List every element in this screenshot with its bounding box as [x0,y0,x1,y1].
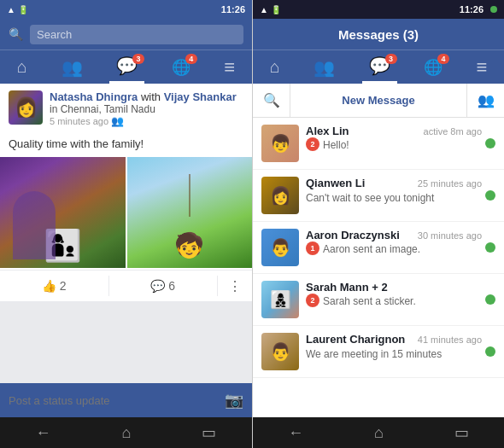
nav-menu[interactable]: ≡ [217,50,242,84]
post-card: 👩 Natasha Dhingra with Vijay Shankar in … [0,84,252,301]
search-input[interactable] [30,25,243,44]
right-nav-globe[interactable]: 🌐 4 [417,50,449,84]
right-messages-badge: 3 [385,54,397,64]
right-signal-icons: ▲ 🔋 [260,5,281,15]
post-time: 5 minutes ago 👥 [50,115,243,127]
right-nav-bar: ⌂ 👥 💬 3 🌐 4 ≡ [253,49,504,84]
home-button[interactable]: ⌂ [122,424,132,442]
camera-icon[interactable]: 📷 [225,391,243,410]
nav-globe[interactable]: 🌐 4 [165,50,197,84]
message-item[interactable]: 👩‍👦‍👦 Sarah Mann + 2 2 Sarah sent a stic… [253,274,504,326]
message-item[interactable]: 👦 Alex Lin active 8m ago 2 Hello! [253,118,504,170]
right-home-button[interactable]: ⌂ [374,424,384,442]
right-battery-icon: 🔋 [271,5,281,15]
qianwen-name: Qianwen Li [306,177,365,189]
back-button[interactable]: ← [36,424,51,442]
alex-content: Alex Lin active 8m ago 2 Hello! [306,125,482,151]
post-image-right: 🧒 [127,157,253,268]
family-photo-left: 👩‍👦 [0,157,126,268]
left-time: 11:26 [221,4,245,15]
status-input[interactable] [9,394,218,407]
comment-button[interactable]: 💬 6 [109,276,218,296]
friends-icon: 👥 [111,115,124,127]
new-message-label: New Message [342,94,414,107]
right-wifi-icon: ▲ [260,5,268,15]
alex-num-badge: 2 [306,137,319,151]
messages-list: 👦 Alex Lin active 8m ago 2 Hello! 👩 [253,118,504,417]
like-button[interactable]: 👍 2 [0,276,108,296]
messages-title: Messages (3) [338,27,419,42]
right-bottom-nav: ← ⌂ ▭ [253,417,504,448]
nav-messages[interactable]: 💬 3 [109,50,144,84]
post-meta: Natasha Dhingra with Vijay Shankar in Ch… [50,90,243,127]
alex-name: Alex Lin [306,125,349,137]
sarah-name: Sarah Mann + 2 [306,281,388,294]
qianwen-preview: Can't wait to see you tonight [306,192,434,204]
aaron-num-badge: 1 [306,241,319,255]
right-title-bar: Messages (3) [253,19,504,49]
more-button[interactable]: ⋮ [218,276,252,296]
right-nav-messages[interactable]: 💬 3 [362,50,397,84]
sarah-avatar: 👩‍👦‍👦 [261,281,299,318]
nav-home[interactable]: ⌂ [10,50,34,84]
laurent-avatar: 👨 [261,333,299,370]
right-nav-menu[interactable]: ≡ [469,50,494,84]
wifi-icon: ▲ [7,5,15,15]
globe-badge: 4 [185,54,197,64]
alex-avatar: 👦 [261,125,299,162]
group-message-button[interactable]: 👥 [466,84,504,117]
laurent-content: Laurent Charignon 41 minutes ago We are … [306,333,482,361]
right-status-bar: ▲ 🔋 11:26 [253,0,504,19]
message-search-button[interactable]: 🔍 [253,84,290,117]
like-count: 2 [60,279,67,293]
message-item[interactable]: 👨 Laurent Charignon 41 minutes ago We ar… [253,326,504,378]
post-author: Natasha Dhingra with Vijay Shankar [50,90,243,103]
nav-friends[interactable]: 👥 [55,50,90,84]
sarah-num-badge: 2 [306,294,319,307]
right-nav-home[interactable]: ⌂ [263,50,287,84]
laurent-status-badge [485,346,495,357]
group-icon: 👥 [478,92,495,108]
right-time: 11:26 [460,4,483,15]
new-message-button[interactable]: New Message [290,84,466,117]
right-panel: ▲ 🔋 11:26 Messages (3) ⌂ 👥 💬 3 🌐 4 ≡ 🔍 N… [252,0,504,448]
right-back-button[interactable]: ← [288,424,303,442]
left-search-bar: 🔍 [0,19,252,49]
sarah-preview: Sarah sent a sticker. [323,295,416,307]
battery-icon: 🔋 [18,5,28,15]
alex-preview: Hello! [323,139,349,151]
post-location: in Chennai, Tamil Nadu [50,103,243,115]
aaron-status-badge [485,242,495,253]
messages-badge: 3 [132,54,144,64]
alex-status-badge [485,138,495,148]
qianwen-avatar: 👩 [261,177,299,214]
laurent-time: 41 minutes ago [418,335,482,345]
aaron-name: Aaron Draczynski [306,229,400,241]
recents-button[interactable]: ▭ [202,423,216,442]
right-recents-button[interactable]: ▭ [454,423,469,442]
left-panel: ▲ 🔋 11:26 🔍 ⌂ 👥 💬 3 🌐 4 ≡ 👩 [0,0,252,448]
post-image-left: 👩‍👦 [0,157,126,268]
avatar: 👩 [9,90,43,125]
left-signal-icons: ▲ 🔋 [7,5,28,15]
left-bottom-nav: ← ⌂ ▭ [0,417,252,448]
qianwen-status-badge [485,190,495,201]
right-nav-friends[interactable]: 👥 [307,50,342,84]
laurent-name: Laurent Charignon [306,333,405,346]
message-item[interactable]: 👩 Qianwen Li 25 minutes ago Can't wait t… [253,170,504,222]
messages-toolbar: 🔍 New Message 👥 [253,84,504,118]
aaron-preview: Aaron sent an image. [323,243,420,255]
aaron-time: 30 minutes ago [418,230,482,241]
search-icon: 🔍 [9,27,23,41]
post-header: 👩 Natasha Dhingra with Vijay Shankar in … [0,84,252,134]
news-feed: 👩 Natasha Dhingra with Vijay Shankar in … [0,84,252,383]
message-item[interactable]: 👨 Aaron Draczynski 30 minutes ago 1 Aaro… [253,222,504,274]
like-icon: 👍 [42,279,56,293]
post-images: 👩‍👦 🧒 [0,157,252,270]
right-globe-badge: 4 [437,54,449,64]
left-status-bar: ▲ 🔋 11:26 [0,0,252,19]
msg-search-icon: 🔍 [263,92,280,108]
avatar-image: 👩 [9,90,43,125]
family-photo-right: 🧒 [127,157,253,268]
sarah-status-badge [485,294,495,305]
